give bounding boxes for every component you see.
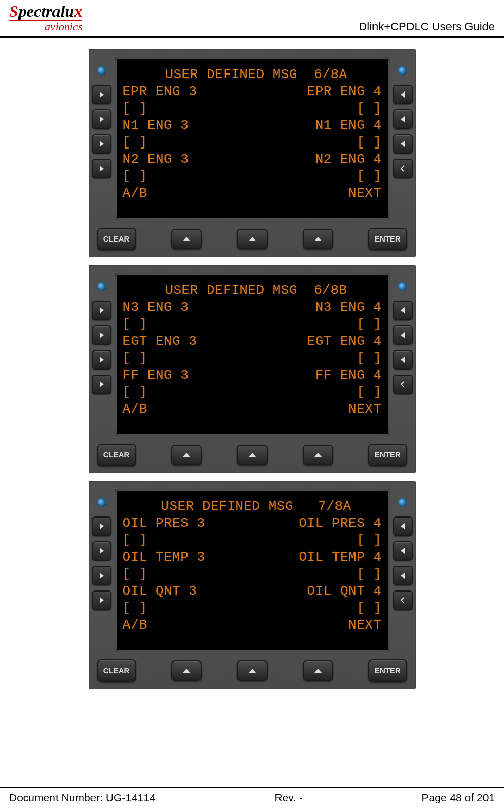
- lsk-left-1[interactable]: [92, 301, 111, 320]
- left-side-keys: [92, 57, 111, 220]
- status-led-icon: [97, 282, 106, 291]
- bottom-key-row: CLEAR ENTER: [92, 220, 413, 251]
- lsk-right-3[interactable]: [393, 566, 413, 585]
- triangle-up-icon: [313, 236, 323, 242]
- lsk-right-2[interactable]: [393, 325, 413, 345]
- label: N2 ENG 4: [315, 151, 382, 168]
- label: N3 ENG 4: [315, 299, 382, 316]
- label: N1 ENG 4: [315, 117, 382, 134]
- triangle-up-icon: [248, 452, 257, 458]
- up-button-2[interactable]: [237, 445, 268, 465]
- field: [ ]: [357, 566, 381, 583]
- enter-button[interactable]: ENTER: [368, 228, 407, 250]
- lsk-right-1[interactable]: [393, 85, 413, 104]
- field: [ ]: [357, 532, 381, 549]
- field: [ ]: [123, 100, 147, 117]
- lsk-left-2[interactable]: [92, 109, 111, 129]
- ab-label: A/B: [123, 401, 147, 418]
- lsk-right-4[interactable]: [393, 590, 413, 610]
- label: N2 ENG 3: [123, 151, 189, 168]
- lsk-right-1[interactable]: [393, 516, 413, 536]
- field: [ ]: [123, 168, 147, 185]
- label: OIL PRES 3: [123, 515, 206, 532]
- up-button-2[interactable]: [237, 229, 268, 249]
- back-chevron-icon: [399, 164, 407, 173]
- status-led-icon: [398, 66, 407, 76]
- triangle-up-icon: [182, 668, 191, 674]
- logo-subbrand: avionics: [9, 20, 82, 33]
- lsk-right-2[interactable]: [393, 109, 413, 129]
- back-chevron-icon: [399, 596, 407, 604]
- field: [ ]: [357, 600, 381, 617]
- lsk-left-2[interactable]: [92, 541, 111, 561]
- triangle-up-icon: [248, 236, 257, 242]
- page-footer: Document Number: UG-14114 Rev. - Page 48…: [0, 787, 504, 804]
- document-number: Document Number: UG-14114: [9, 791, 156, 804]
- triangle-up-icon: [182, 452, 191, 458]
- field: [ ]: [123, 134, 147, 151]
- screen-frame: USER DEFINED MSG 7/8A OIL PRES 3OIL PRES…: [115, 489, 390, 652]
- up-button-1[interactable]: [171, 229, 202, 249]
- label: EPR ENG 3: [123, 83, 197, 100]
- status-led-icon: [97, 66, 106, 76]
- lsk-right-2[interactable]: [393, 541, 413, 561]
- up-button-3[interactable]: [303, 660, 333, 681]
- enter-button[interactable]: ENTER: [368, 444, 407, 466]
- up-button-3[interactable]: [303, 445, 333, 465]
- up-button-2[interactable]: [237, 660, 268, 681]
- label: OIL TEMP 3: [123, 549, 206, 566]
- field: [ ]: [123, 566, 147, 583]
- bottom-key-row: CLEAR ENTER: [92, 652, 413, 683]
- lsk-right-3[interactable]: [393, 350, 413, 370]
- screen-frame: USER DEFINED MSG 6/8B N3 ENG 3N3 ENG 4 […: [115, 273, 390, 436]
- up-button-1[interactable]: [171, 660, 202, 681]
- field: [ ]: [357, 350, 381, 367]
- right-side-keys: [393, 273, 413, 436]
- lsk-left-4[interactable]: [92, 159, 111, 178]
- triangle-up-icon: [313, 452, 323, 458]
- field: [ ]: [123, 316, 147, 333]
- enter-button[interactable]: ENTER: [368, 659, 407, 682]
- label: OIL QNT 4: [307, 583, 382, 600]
- lsk-left-1[interactable]: [92, 85, 111, 104]
- content-area: USER DEFINED MSG 6/8A EPR ENG 3EPR ENG 4…: [0, 38, 504, 689]
- lsk-left-4[interactable]: [92, 375, 111, 394]
- page-header: Spectralux avionics Dlink+CPDLC Users Gu…: [0, 0, 504, 38]
- label: OIL PRES 4: [298, 515, 381, 532]
- revision: Rev. -: [274, 791, 302, 804]
- back-chevron-icon: [399, 380, 407, 389]
- lsk-left-3[interactable]: [92, 134, 111, 154]
- label: FF ENG 4: [315, 367, 382, 384]
- screen-title: USER DEFINED MSG 6/8A: [157, 66, 347, 83]
- status-led-icon: [398, 498, 407, 507]
- up-button-3[interactable]: [303, 229, 333, 249]
- label: EGT ENG 3: [123, 333, 197, 350]
- right-side-keys: [393, 489, 413, 652]
- lsk-left-1[interactable]: [92, 516, 111, 536]
- clear-button[interactable]: CLEAR: [97, 659, 136, 682]
- lsk-left-3[interactable]: [92, 566, 111, 585]
- lsk-left-3[interactable]: [92, 350, 111, 370]
- left-side-keys: [92, 489, 111, 652]
- label: FF ENG 3: [123, 367, 189, 384]
- clear-button[interactable]: CLEAR: [97, 444, 136, 466]
- lsk-right-4[interactable]: [393, 375, 413, 394]
- field: [ ]: [357, 384, 381, 401]
- screen-title: USER DEFINED MSG 6/8B: [157, 282, 347, 299]
- field: [ ]: [123, 532, 147, 549]
- lsk-right-3[interactable]: [393, 134, 413, 154]
- field: [ ]: [357, 168, 381, 185]
- cdu-device: USER DEFINED MSG 7/8A OIL PRES 3OIL PRES…: [89, 481, 416, 689]
- label: EPR ENG 4: [307, 83, 382, 100]
- up-button-1[interactable]: [171, 445, 202, 465]
- clear-button[interactable]: CLEAR: [97, 228, 136, 250]
- next-label: NEXT: [348, 401, 381, 418]
- label: EGT ENG 4: [307, 333, 382, 350]
- label: N3 ENG 3: [123, 299, 189, 316]
- status-led-icon: [398, 282, 407, 291]
- status-led-icon: [97, 498, 106, 507]
- lsk-left-4[interactable]: [92, 590, 111, 610]
- lsk-left-2[interactable]: [92, 325, 111, 345]
- lsk-right-1[interactable]: [393, 301, 413, 320]
- lsk-right-4[interactable]: [393, 159, 413, 178]
